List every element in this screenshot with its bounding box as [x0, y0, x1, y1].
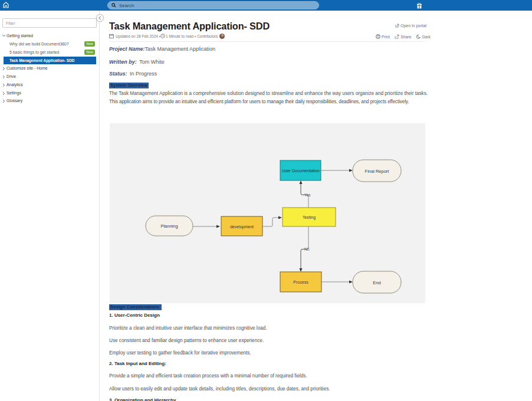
svg-text:Yes: Yes: [304, 193, 311, 197]
svg-text:End: End: [373, 280, 380, 285]
svg-text:User Documentation: User Documentation: [282, 169, 320, 173]
svg-text:Planning: Planning: [160, 223, 178, 229]
svg-text:No: No: [304, 247, 310, 251]
svg-text:Testing: Testing: [303, 215, 316, 220]
svg-text:Process: Process: [293, 280, 308, 284]
svg-text:development: development: [230, 225, 254, 229]
svg-text:Final Report: Final Report: [365, 169, 390, 174]
